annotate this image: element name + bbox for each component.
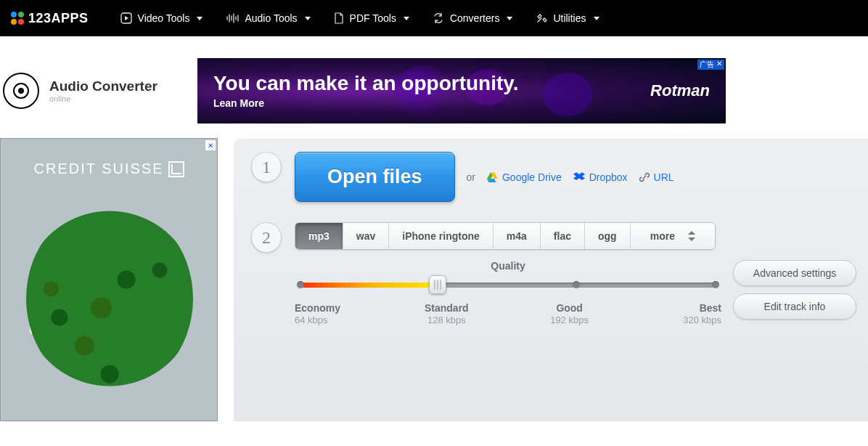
nav-item-label: Video Tools	[138, 12, 190, 24]
slider-tick	[712, 281, 719, 288]
gdrive-icon	[487, 172, 498, 182]
open-row: Open files or Google Drive Dropbox URL	[295, 152, 856, 202]
format-more-label: more	[650, 230, 675, 242]
chevron-down-icon	[197, 17, 202, 20]
chevron-down-icon	[305, 17, 311, 20]
chevron-down-icon	[507, 17, 512, 20]
sidebar-ad-brand: CREDIT SUISSE	[1, 161, 217, 177]
nav-pdf-tools[interactable]: PDF Tools	[322, 0, 421, 36]
quality-name: Good	[556, 302, 583, 314]
convert-icon	[433, 12, 444, 24]
open-files-button[interactable]: Open files	[295, 152, 455, 202]
play-square-icon	[120, 12, 132, 24]
ad-brand: Rotman	[650, 81, 710, 100]
dropbox-icon	[573, 172, 585, 182]
format-wav[interactable]: wav	[343, 223, 389, 249]
quality-slider[interactable]	[300, 277, 716, 292]
quality-kbps: 320 kbps	[663, 315, 721, 325]
top-nav: 123APPS Video Tools Audio Tools PDF Tool…	[0, 0, 868, 36]
quality-kbps: 192 kbps	[541, 315, 599, 325]
step-2: 2 mp3 wav iPhone ringtone m4a flac ogg m…	[251, 222, 856, 325]
format-ogg[interactable]: ogg	[585, 223, 631, 249]
advanced-settings-button[interactable]: Advanced settings	[733, 260, 856, 286]
chevron-down-icon	[594, 17, 599, 20]
audio-wave-icon	[226, 12, 239, 24]
updown-icon	[688, 231, 695, 241]
tools-icon	[536, 12, 547, 24]
main-row: ✕ CREDIT SUISSE 1 Open files or Google D…	[0, 138, 868, 421]
quality-option: Good 192 kbps	[541, 302, 599, 325]
format-iphone[interactable]: iPhone ringtone	[389, 223, 494, 249]
quality-labels: Economy 64 kbps Standard 128 kbps Good 1…	[295, 302, 721, 325]
sidebar-ad[interactable]: ✕ CREDIT SUISSE	[0, 138, 218, 421]
close-icon[interactable]: ✕	[205, 140, 216, 150]
quality-name: Standard	[425, 302, 469, 314]
brand-mark-icon	[168, 161, 184, 177]
format-mp3[interactable]: mp3	[295, 223, 343, 249]
quality-option: Best 320 kbps	[663, 302, 721, 325]
brand-text: 123APPS	[28, 11, 89, 26]
slider-knob[interactable]	[429, 275, 446, 294]
logo-dots-icon	[11, 12, 24, 25]
quality-name: Best	[700, 302, 721, 314]
step-1: 1 Open files or Google Drive Dropbox	[251, 152, 856, 202]
google-drive-link[interactable]: Google Drive	[487, 171, 562, 183]
step-number: 1	[251, 152, 282, 182]
brand-logo[interactable]: 123APPS	[11, 11, 89, 26]
nav-item-label: Converters	[450, 12, 499, 24]
slider-tick	[297, 281, 304, 288]
url-link[interactable]: URL	[639, 171, 674, 183]
app-icon	[3, 73, 39, 109]
nav-converters[interactable]: Converters	[421, 0, 524, 36]
ad-cta: Lean More	[213, 97, 519, 109]
step-number: 2	[251, 222, 282, 253]
format-m4a[interactable]: m4a	[494, 223, 541, 249]
format-flac[interactable]: flac	[541, 223, 585, 249]
app-title: Audio Converter	[49, 78, 157, 94]
ad-tag-label: 广告	[700, 60, 714, 70]
gdrive-label: Google Drive	[502, 171, 562, 183]
format-more[interactable]: more	[631, 223, 715, 249]
quality-block: Quality Economy 64 kbps	[295, 260, 856, 325]
nav-item-label: PDF Tools	[350, 12, 396, 24]
app-subtitle: online	[49, 94, 157, 103]
app-header: Audio Converter online You can make it a…	[0, 36, 868, 138]
format-tabs: mp3 wav iPhone ringtone m4a flac ogg mor…	[295, 222, 716, 250]
banner-ad[interactable]: You can make it an opportunity. Lean Mor…	[197, 58, 726, 123]
nav-item-label: Utilities	[553, 12, 586, 24]
close-icon: ✕	[716, 60, 722, 70]
dropbox-label: Dropbox	[589, 171, 628, 183]
quality-kbps: 128 kbps	[417, 315, 475, 325]
quality-option: Standard 128 kbps	[417, 302, 475, 325]
chevron-down-icon	[404, 17, 409, 20]
slider-fill	[300, 283, 438, 288]
vines-graphic	[26, 204, 193, 393]
or-label: or	[467, 171, 475, 183]
url-label: URL	[654, 171, 674, 183]
side-actions: Advanced settings Edit track info	[733, 260, 856, 320]
quality-label: Quality	[295, 260, 721, 272]
nav-audio-tools[interactable]: Audio Tools	[214, 0, 322, 36]
converter-panel: 1 Open files or Google Drive Dropbox	[234, 138, 868, 421]
slider-tick	[573, 281, 580, 288]
dropbox-link[interactable]: Dropbox	[573, 171, 628, 183]
edit-track-button[interactable]: Edit track info	[733, 293, 856, 320]
quality-option: Economy 64 kbps	[295, 302, 353, 325]
link-icon	[639, 172, 650, 182]
quality-kbps: 64 kbps	[295, 315, 353, 325]
app-info: Audio Converter online	[0, 73, 183, 109]
ad-tag[interactable]: 广告 ✕	[697, 60, 724, 70]
sidebar-ad-brand-text: CREDIT SUISSE	[34, 161, 164, 177]
quality-name: Economy	[295, 302, 340, 314]
nav-video-tools[interactable]: Video Tools	[109, 0, 215, 36]
ad-headline: You can make it an opportunity.	[213, 73, 519, 95]
nav-item-label: Audio Tools	[245, 12, 297, 24]
file-icon	[334, 12, 344, 24]
nav-utilities[interactable]: Utilities	[524, 0, 610, 36]
